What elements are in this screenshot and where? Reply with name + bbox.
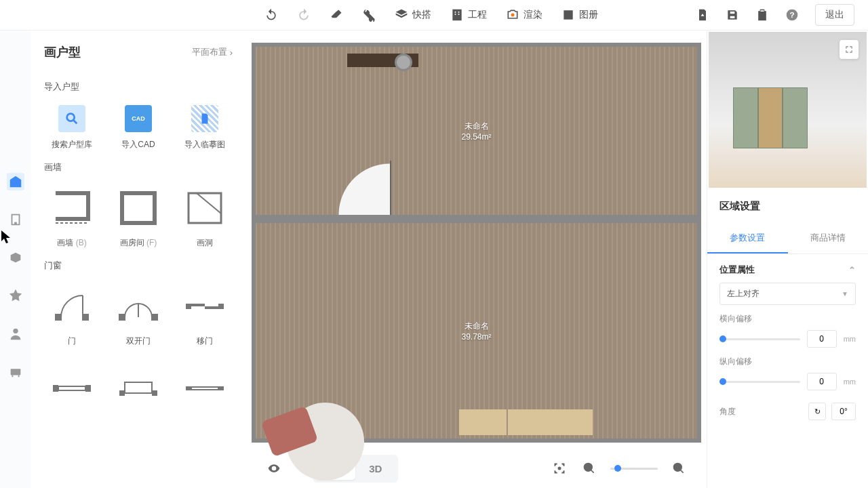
focus-button[interactable]: [551, 460, 568, 477]
zoom-out[interactable]: [580, 460, 598, 477]
v-offset-slider[interactable]: [719, 381, 800, 383]
room-2[interactable]: 未命名39.78m²: [252, 219, 701, 443]
gallery-button[interactable]: 图册: [561, 8, 598, 22]
top-toolbar: 快搭 工程 渲染 图册 ? 退出: [0, 0, 868, 30]
tool-window-2[interactable]: [106, 363, 170, 413]
angle-label: 角度: [719, 406, 736, 418]
floorplan-canvas[interactable]: 未命名29.54m² 未命名39.78m²: [252, 43, 701, 443]
exit-button[interactable]: 退出: [815, 4, 854, 26]
save-button[interactable]: [726, 8, 739, 22]
import-trace[interactable]: 导入临摹图: [173, 102, 237, 153]
redo-icon: [297, 8, 311, 22]
tool-sliding-door[interactable]: 移门: [173, 281, 237, 350]
image-icon: [561, 8, 575, 22]
view-3d[interactable]: 3D: [355, 458, 395, 480]
cursor-icon: [1, 230, 12, 244]
rail-furniture[interactable]: [7, 363, 24, 380]
chevron-down-icon: ▼: [842, 290, 848, 298]
tool-draw-room[interactable]: 画房间 (F): [106, 183, 170, 251]
svg-rect-24: [186, 386, 191, 390]
svg-rect-22: [152, 390, 157, 396]
svg-point-0: [511, 14, 515, 17]
h-offset-input[interactable]: [807, 330, 837, 348]
settings-button[interactable]: [362, 8, 376, 22]
tab-details[interactable]: 商品详情: [788, 224, 869, 253]
svg-rect-12: [119, 314, 125, 320]
rail-decor[interactable]: [7, 287, 24, 304]
rail-material[interactable]: [7, 249, 24, 266]
v-offset-input[interactable]: [807, 373, 837, 390]
svg-rect-9: [189, 193, 221, 223]
project-button[interactable]: 工程: [450, 8, 487, 22]
eraser-icon: [330, 8, 343, 22]
canvas-area: 未命名29.54m² 未命名39.78m² 2D 3D: [246, 30, 707, 488]
tool-double-door[interactable]: 双开门: [106, 281, 170, 350]
right-panel: 区域设置 参数设置 商品详情 位置属性 ⌃ 左上对齐 ▼ 横向偏移 mm: [707, 30, 868, 488]
render-button[interactable]: 渲染: [506, 8, 542, 22]
wood-block-1[interactable]: [459, 409, 507, 435]
svg-point-7: [67, 114, 75, 121]
help-button[interactable]: ?: [785, 8, 799, 22]
rail-floorplan[interactable]: [7, 173, 24, 190]
rail-element[interactable]: [7, 211, 24, 228]
align-select[interactable]: 左上对齐 ▼: [719, 283, 856, 305]
svg-rect-16: [191, 304, 205, 306]
svg-rect-18: [53, 385, 58, 392]
chevron-up-icon: ⌃: [848, 265, 856, 275]
svg-rect-20: [58, 386, 85, 390]
undo-button[interactable]: [264, 8, 278, 22]
rotate-button[interactable]: ↻: [808, 403, 826, 420]
svg-rect-25: [218, 386, 224, 390]
svg-rect-23: [125, 382, 152, 393]
h-offset-slider[interactable]: [719, 338, 800, 340]
wood-block-2[interactable]: [508, 409, 593, 435]
building-icon: [450, 8, 464, 22]
svg-rect-19: [85, 385, 91, 392]
wrench-icon: [362, 8, 376, 22]
preview-3d[interactable]: [709, 32, 867, 188]
redo-button[interactable]: [297, 8, 311, 22]
svg-rect-8: [122, 193, 155, 223]
tool-draw-wall[interactable]: 画墙 (B): [40, 183, 104, 251]
help-icon: ?: [785, 8, 799, 22]
door-arc[interactable]: [337, 161, 391, 215]
svg-rect-10: [56, 314, 61, 320]
right-panel-title: 区域设置: [707, 189, 868, 224]
panel-title: 画户型: [44, 44, 81, 60]
tool-door[interactable]: 门: [40, 281, 104, 350]
chevron-right-icon: ›: [230, 47, 233, 58]
svg-point-27: [558, 467, 560, 469]
room-1[interactable]: 未命名29.54m²: [252, 43, 701, 219]
save-icon: [726, 8, 739, 22]
svg-rect-4: [10, 369, 20, 375]
tool-window-1[interactable]: [40, 363, 104, 413]
rail-avatar[interactable]: [7, 325, 24, 342]
tool-draw-hole[interactable]: 画洞: [173, 183, 237, 251]
tab-params[interactable]: 参数设置: [707, 224, 788, 253]
h-offset-label: 横向偏移: [719, 313, 856, 325]
visibility-toggle[interactable]: [265, 460, 283, 477]
section-walls: 画墙: [37, 153, 239, 183]
camera-icon: [506, 8, 519, 22]
layers-icon: [395, 8, 408, 22]
round-item-1[interactable]: [395, 54, 412, 71]
clipboard-icon: [755, 8, 769, 22]
tool-window-3[interactable]: [173, 363, 237, 413]
svg-rect-26: [191, 387, 218, 390]
right-tabs: 参数设置 商品详情: [707, 224, 868, 254]
expand-preview[interactable]: [840, 40, 859, 59]
import-cad[interactable]: CAD 导入CAD: [106, 102, 170, 153]
zoom-slider[interactable]: [610, 468, 658, 470]
clipboard-button[interactable]: [755, 8, 769, 22]
quickbuild-button[interactable]: 快搭: [395, 8, 431, 22]
pos-section-header[interactable]: 位置属性 ⌃: [719, 264, 856, 276]
svg-rect-6: [18, 375, 19, 378]
angle-input[interactable]: [831, 403, 856, 420]
import-search[interactable]: 搜索户型库: [40, 102, 104, 153]
svg-rect-13: [152, 314, 157, 320]
zoom-in[interactable]: [670, 460, 688, 477]
panel-mode-switch[interactable]: 平面布置›: [192, 46, 233, 58]
file-button[interactable]: [696, 8, 709, 22]
eraser-button[interactable]: [330, 8, 343, 22]
svg-rect-21: [119, 390, 125, 396]
